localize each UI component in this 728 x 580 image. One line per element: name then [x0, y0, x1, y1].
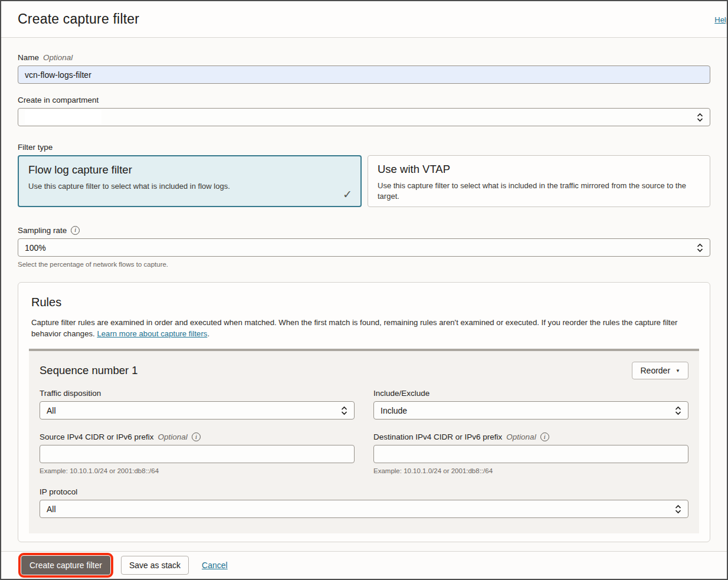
sequence-title: Sequence number 1 [40, 364, 138, 377]
source-cidr-input[interactable] [40, 445, 355, 463]
sampling-rate-group: Sampling rate i 100% Select the percenta… [18, 226, 710, 268]
info-icon[interactable]: i [540, 432, 549, 441]
ip-protocol-value: All [47, 504, 56, 514]
destination-cidr-label: Destination IPv4 CIDR or IPv6 prefix [373, 432, 502, 441]
source-cidr-optional-label: Optional [158, 432, 188, 441]
destination-cidr-group: Destination IPv4 CIDR or IPv6 prefix Opt… [373, 432, 688, 474]
caret-down-icon: ▼ [675, 368, 680, 373]
save-as-stack-button[interactable]: Save as stack [121, 556, 189, 575]
dialog-body: Name Optional Create in compartment Filt… [1, 38, 727, 551]
traffic-disposition-group: Traffic disposition All [40, 389, 355, 420]
destination-cidr-optional-label: Optional [506, 432, 536, 441]
rules-description: Capture filter rules are examined in ord… [29, 317, 699, 339]
source-cidr-helper: Example: 10.10.1.0/24 or 2001:db8::/64 [40, 467, 355, 474]
reorder-button[interactable]: Reorder ▼ [632, 362, 688, 379]
ip-protocol-label: IP protocol [40, 487, 77, 496]
card-description: Use this capture filter to select what i… [28, 181, 351, 192]
destination-cidr-input[interactable] [373, 445, 688, 463]
ip-protocol-select[interactable]: All [40, 500, 688, 518]
include-exclude-value: Include [381, 406, 407, 415]
select-chevron-icon [697, 243, 703, 253]
destination-cidr-helper: Example: 10.10.1.0/24 or 2001:db8::/64 [373, 467, 688, 474]
sampling-rate-label: Sampling rate [18, 226, 67, 235]
filter-type-group: Filter type Flow log capture filter Use … [18, 143, 710, 207]
sampling-rate-helper: Select the percentage of network flows t… [18, 261, 710, 268]
compartment-field-group: Create in compartment [18, 96, 710, 126]
page-title: Create capture filter [18, 11, 139, 27]
compartment-label: Create in compartment [18, 96, 99, 104]
rules-title: Rules [29, 296, 699, 309]
name-input[interactable] [18, 65, 710, 84]
traffic-disposition-value: All [47, 406, 56, 415]
learn-more-link[interactable]: Learn more about capture filters [97, 329, 207, 338]
include-exclude-label: Include/Exclude [373, 389, 429, 398]
name-label: Name [18, 53, 39, 62]
dialog-footer: Create capture filter Save as stack Canc… [1, 551, 727, 579]
include-exclude-select[interactable]: Include [373, 401, 688, 420]
ip-protocol-group: IP protocol All [40, 487, 688, 518]
sampling-rate-select[interactable]: 100% [18, 238, 710, 257]
info-icon[interactable]: i [71, 226, 80, 235]
create-capture-filter-dialog: Create capture filter Help Name Optional… [0, 0, 728, 580]
compartment-select[interactable] [18, 108, 710, 126]
sampling-rate-value: 100% [25, 243, 46, 253]
select-chevron-icon [675, 504, 681, 515]
dialog-header: Create capture filter Help [1, 1, 727, 38]
compartment-redacted-value [25, 110, 101, 124]
check-icon: ✓ [343, 188, 352, 201]
source-cidr-label: Source IPv4 CIDR or IPv6 prefix [40, 432, 154, 441]
card-description: Use this capture filter to select what i… [378, 181, 700, 201]
sequence-panel: Sequence number 1 Reorder ▼ Traffic disp… [29, 349, 699, 533]
rules-section: Rules Capture filter rules are examined … [18, 282, 710, 542]
source-cidr-group: Source IPv4 CIDR or IPv6 prefix Optional… [40, 432, 355, 474]
filter-type-card-vtap[interactable]: Use with VTAP Use this capture filter to… [368, 155, 710, 207]
card-title: Use with VTAP [378, 163, 700, 176]
filter-type-card-flow-log[interactable]: Flow log capture filter Use this capture… [18, 155, 362, 207]
traffic-disposition-label: Traffic disposition [40, 389, 101, 398]
select-chevron-icon [675, 405, 681, 416]
select-chevron-icon [341, 405, 347, 416]
cancel-link[interactable]: Cancel [202, 561, 228, 570]
create-capture-filter-button[interactable]: Create capture filter [21, 556, 110, 575]
filter-type-label: Filter type [18, 143, 53, 152]
help-link[interactable]: Help [714, 15, 728, 24]
select-chevron-icon [697, 112, 703, 123]
name-field-group: Name Optional [18, 53, 710, 84]
include-exclude-group: Include/Exclude Include [373, 389, 688, 420]
info-icon[interactable]: i [192, 432, 201, 441]
traffic-disposition-select[interactable]: All [40, 401, 355, 420]
name-optional-label: Optional [43, 53, 73, 62]
card-title: Flow log capture filter [28, 163, 351, 176]
